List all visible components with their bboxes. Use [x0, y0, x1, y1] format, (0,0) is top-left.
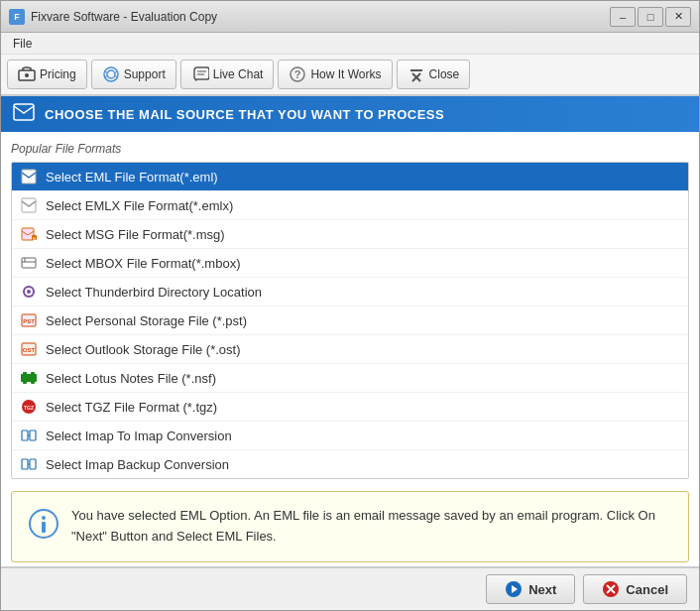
svg-rect-35	[22, 430, 28, 440]
svg-point-40	[42, 516, 46, 520]
file-item-emlx-label: Select EMLX File Format(*.emlx)	[46, 198, 233, 213]
file-item-eml-label: Select EML File Format(*.eml)	[46, 170, 218, 184]
content-area: Popular File Formats Select EML File For…	[1, 132, 699, 566]
svg-text:M: M	[33, 236, 36, 241]
close-label: Close	[429, 67, 460, 81]
toolbar-pricing-button[interactable]: Pricing	[7, 60, 87, 89]
title-bar-buttons: – □ ✕	[610, 7, 691, 27]
svg-point-25	[27, 290, 31, 294]
file-item-ost[interactable]: OST Select Outlook Storage File (*.ost)	[12, 335, 688, 364]
cancel-button[interactable]: Cancel	[583, 574, 687, 604]
next-button[interactable]: Next	[486, 574, 575, 604]
msg-icon: M	[20, 225, 38, 243]
info-text: You have selected EML Option. An EML fil…	[71, 506, 672, 548]
howitworks-label: How It Works	[310, 67, 381, 81]
title-bar: F Fixvare Software - Evaluation Copy – □…	[1, 1, 699, 33]
file-item-thunderbird-label: Select Thunderbird Directory Location	[46, 285, 262, 300]
file-item-tgz[interactable]: TGZ Select TGZ File Format (*.tgz)	[12, 393, 688, 422]
svg-rect-17	[22, 198, 36, 212]
file-item-imap2imap[interactable]: Select Imap To Imap Conversion	[12, 422, 688, 450]
menu-bar: File	[1, 33, 699, 55]
file-item-msg[interactable]: M Select MSG File Format(*.msg)	[12, 220, 688, 249]
file-format-list: Select EML File Format(*.eml) Select EML…	[11, 162, 689, 479]
svg-rect-36	[30, 430, 36, 440]
file-item-lotus-label: Select Lotus Notes File (*.nsf)	[46, 371, 216, 386]
file-item-mbox[interactable]: Select MBOX File Format(*.mbox)	[12, 249, 688, 278]
next-icon	[505, 580, 523, 598]
svg-rect-31	[23, 372, 27, 384]
svg-point-3	[107, 70, 115, 78]
next-label: Next	[528, 582, 556, 597]
file-item-thunderbird[interactable]: Select Thunderbird Directory Location	[12, 278, 688, 306]
cancel-icon	[602, 580, 620, 598]
svg-rect-16	[22, 170, 36, 183]
window-close-button[interactable]: ✕	[665, 7, 691, 27]
svg-rect-21	[22, 258, 36, 268]
toolbar-close-button[interactable]: Close	[397, 60, 471, 89]
svg-text:TGZ: TGZ	[24, 405, 34, 411]
file-item-tgz-label: Select TGZ File Format (*.tgz)	[46, 400, 217, 415]
toolbar-livechat-button[interactable]: Live Chat	[180, 60, 275, 89]
svg-rect-15	[14, 104, 34, 120]
cancel-label: Cancel	[626, 582, 668, 597]
tgz-icon: TGZ	[20, 398, 38, 416]
svg-text:PST: PST	[23, 318, 35, 324]
support-label: Support	[124, 67, 166, 81]
info-icon	[28, 508, 59, 540]
support-icon	[102, 65, 120, 83]
livechat-icon	[191, 65, 209, 83]
livechat-label: Live Chat	[213, 67, 264, 81]
file-item-msg-label: Select MSG File Format(*.msg)	[46, 227, 225, 242]
file-item-imapbackup[interactable]: Select Imap Backup Conversion	[12, 450, 688, 478]
file-item-eml[interactable]: Select EML File Format(*.eml)	[12, 163, 688, 191]
svg-text:OST: OST	[23, 347, 36, 353]
toolbar-support-button[interactable]: Support	[91, 60, 176, 89]
section-label: Popular File Formats	[11, 142, 689, 156]
minimize-button[interactable]: –	[610, 7, 636, 27]
file-item-pst[interactable]: PST Select Personal Storage File (*.pst)	[12, 306, 688, 335]
mbox-icon	[20, 254, 38, 272]
svg-text:?: ?	[294, 68, 301, 80]
svg-point-2	[104, 67, 118, 81]
svg-rect-32	[31, 372, 35, 384]
eml-icon	[20, 168, 38, 185]
svg-point-1	[25, 73, 29, 77]
imapbackup-icon	[20, 455, 38, 473]
lotus-icon	[20, 369, 38, 387]
toolbar-close-icon	[408, 65, 425, 83]
svg-rect-38	[30, 459, 36, 469]
pricing-icon	[18, 65, 36, 83]
main-window: F Fixvare Software - Evaluation Copy – □…	[0, 0, 700, 611]
footer: Next Cancel	[1, 566, 699, 610]
file-item-pst-label: Select Personal Storage File (*.pst)	[46, 313, 247, 328]
file-item-mbox-label: Select MBOX File Format(*.mbox)	[46, 256, 241, 271]
svg-rect-41	[42, 522, 46, 533]
thunderbird-icon	[20, 283, 38, 301]
file-item-emlx[interactable]: Select EMLX File Format(*.emlx)	[12, 191, 688, 220]
pst-icon: PST	[20, 311, 38, 329]
app-icon: F	[9, 9, 25, 25]
maximize-button[interactable]: □	[638, 7, 663, 27]
file-item-imapbackup-label: Select Imap Backup Conversion	[46, 457, 229, 472]
window-title: Fixvare Software - Evaluation Copy	[31, 10, 610, 24]
header-title: CHOOSE THE MAIL SOURCE THAT YOU WANT TO …	[45, 107, 444, 122]
toolbar: Pricing Support	[1, 55, 699, 96]
info-box: You have selected EML Option. An EML fil…	[11, 491, 689, 562]
pricing-label: Pricing	[40, 67, 76, 81]
emlx-icon	[20, 196, 38, 214]
toolbar-howitworks-button[interactable]: ? How It Works	[278, 60, 392, 89]
svg-rect-37	[22, 459, 28, 469]
file-item-lotus[interactable]: Select Lotus Notes File (*.nsf)	[12, 364, 688, 393]
howitworks-icon: ?	[289, 65, 306, 83]
header-bar: CHOOSE THE MAIL SOURCE THAT YOU WANT TO …	[1, 96, 699, 132]
file-item-imap2imap-label: Select Imap To Imap Conversion	[46, 428, 232, 443]
ost-icon: OST	[20, 340, 38, 358]
header-icon	[13, 103, 35, 125]
imap2imap-icon	[20, 427, 38, 444]
file-item-ost-label: Select Outlook Storage File (*.ost)	[46, 342, 241, 357]
menu-file[interactable]: File	[5, 35, 40, 53]
